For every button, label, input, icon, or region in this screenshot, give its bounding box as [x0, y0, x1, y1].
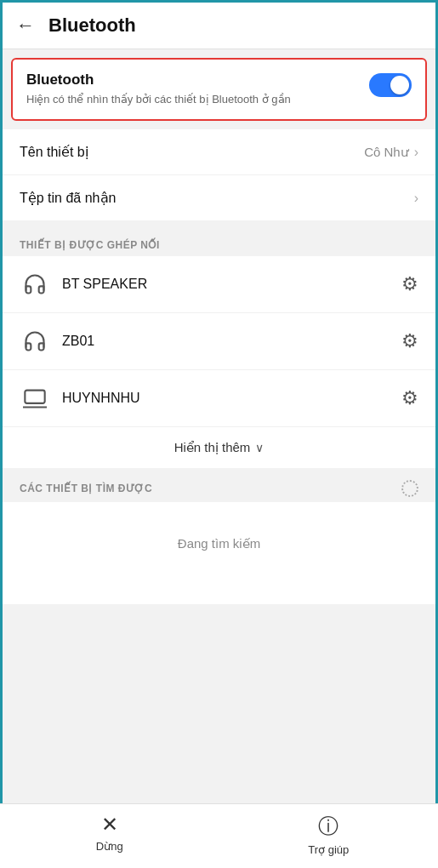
- searching-text: Đang tìm kiếm: [178, 536, 260, 551]
- help-button[interactable]: ⓘ Trợ giúp: [294, 813, 362, 856]
- back-button[interactable]: ←: [16, 14, 35, 37]
- list-item[interactable]: HUYNHNHU ⚙: [3, 370, 435, 427]
- show-more-label: Hiển thị thêm: [174, 440, 251, 455]
- bottom-bar: ✕ Dừng ⓘ Trợ giúp: [0, 803, 438, 868]
- device-huynhnhu-name: HUYNHNHU: [62, 391, 401, 406]
- paired-devices-section-header: THIẾT BỊ ĐƯỢC GHÉP NỐI: [3, 227, 435, 256]
- stop-label: Dừng: [96, 840, 123, 853]
- stop-icon: ✕: [101, 813, 118, 837]
- show-more-row[interactable]: Hiển thị thêm ∨: [3, 427, 435, 468]
- list-item[interactable]: ZB01 ⚙: [3, 313, 435, 370]
- huynhnhu-settings-icon[interactable]: ⚙: [401, 387, 418, 409]
- stop-button[interactable]: ✕ Dừng: [76, 813, 144, 856]
- paired-devices-list: BT SPEAKER ⚙ ZB01 ⚙ HUYNHNHU ⚙ Hiển thị …: [3, 256, 435, 468]
- searching-section: Đang tìm kiếm: [3, 502, 435, 604]
- bluetooth-toggle-text: Bluetooth Hiện có thể nhìn thấy bởi các …: [26, 71, 359, 107]
- received-files-row[interactable]: Tệp tin đã nhận ›: [3, 175, 435, 220]
- page-title: Bluetooth: [48, 14, 136, 37]
- zb01-settings-icon[interactable]: ⚙: [401, 330, 418, 352]
- bluetooth-toggle-control[interactable]: [369, 73, 412, 100]
- device-name-chevron-icon: ›: [414, 145, 418, 160]
- device-name-label: Tên thiết bị: [20, 144, 88, 160]
- loading-spinner-icon: [401, 480, 418, 497]
- received-files-chevron-icon: ›: [414, 191, 418, 206]
- bluetooth-toggle-description: Hiện có thể nhìn thấy bởi các thiết bị B…: [26, 92, 316, 107]
- help-icon: ⓘ: [318, 813, 338, 840]
- show-more-chevron-icon: ∨: [255, 441, 264, 454]
- help-label: Trợ giúp: [308, 843, 349, 856]
- received-files-label: Tệp tin đã nhận: [20, 190, 116, 206]
- device-bt-speaker-name: BT SPEAKER: [62, 277, 401, 292]
- discovered-section-header-row: CÁC THIẾT BỊ TÌM ĐƯỢC: [3, 468, 435, 502]
- settings-list-section: Tên thiết bị Cô Như › Tệp tin đã nhận ›: [3, 129, 435, 220]
- bt-speaker-settings-icon[interactable]: ⚙: [401, 273, 418, 295]
- bluetooth-toggle-switch[interactable]: [369, 73, 412, 97]
- headphone-icon: [20, 269, 50, 300]
- bluetooth-toggle-label: Bluetooth: [26, 71, 359, 89]
- svg-rect-0: [25, 391, 44, 403]
- received-files-chevron: ›: [414, 191, 418, 206]
- header: ← Bluetooth: [3, 3, 435, 49]
- device-name-row[interactable]: Tên thiết bị Cô Như ›: [3, 129, 435, 175]
- headphone-icon: [20, 326, 50, 357]
- device-name-value: Cô Như ›: [364, 145, 418, 160]
- device-zb01-name: ZB01: [62, 334, 401, 349]
- bluetooth-toggle-section: Bluetooth Hiện có thể nhìn thấy bởi các …: [11, 58, 427, 121]
- list-item[interactable]: BT SPEAKER ⚙: [3, 256, 435, 313]
- discovered-section-label: CÁC THIẾT BỊ TÌM ĐƯỢC: [20, 483, 152, 494]
- laptop-icon: [20, 383, 50, 414]
